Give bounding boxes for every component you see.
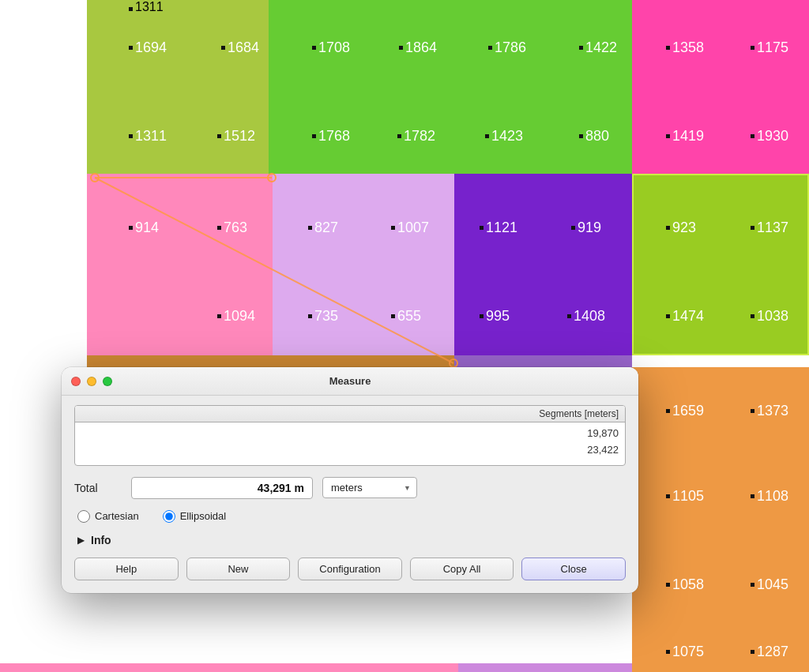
close-button[interactable]: Close xyxy=(521,557,626,580)
total-label: Total xyxy=(74,482,122,494)
measure-dialog: Measure Segments [meters] 19,870 23,422 … xyxy=(62,367,638,593)
dialog-titlebar: Measure xyxy=(62,367,638,396)
close-window-button[interactable] xyxy=(71,377,81,386)
segments-header: Segments [meters] xyxy=(75,406,625,422)
configuration-button[interactable]: Configuration xyxy=(298,557,402,580)
radio-ellipsoidal[interactable]: Ellipsoidal xyxy=(163,510,227,523)
tile-lavender-bottom xyxy=(458,663,632,672)
tile-1684-label: 1684 xyxy=(221,39,259,56)
total-row: Total 43,291 m meters kilometers feet mi… xyxy=(74,477,626,499)
unit-select-wrapper[interactable]: meters kilometers feet miles xyxy=(322,477,417,498)
tile-lime-right xyxy=(632,174,809,355)
minimize-window-button[interactable] xyxy=(87,377,96,386)
tile-purple xyxy=(454,174,632,355)
segment-value-1: 19,870 xyxy=(81,426,619,442)
info-label: Info xyxy=(91,534,111,546)
info-arrow-icon[interactable]: ▶ xyxy=(77,535,85,546)
unit-select[interactable]: meters kilometers feet miles xyxy=(322,477,417,498)
window-controls xyxy=(71,377,112,386)
segments-body: 19,870 23,422 xyxy=(75,422,625,465)
radio-ellipsoidal-label: Ellipsoidal xyxy=(180,510,227,522)
new-button[interactable]: New xyxy=(186,557,291,580)
maximize-window-button[interactable] xyxy=(103,377,112,386)
tile-lavender xyxy=(273,174,454,355)
tile-pink-left xyxy=(87,174,273,355)
segments-table: Segments [meters] 19,870 23,422 xyxy=(74,405,626,466)
tile-1694-label: 1694 xyxy=(129,39,167,56)
help-button[interactable]: Help xyxy=(74,557,179,580)
radio-ellipsoidal-input[interactable] xyxy=(163,510,175,523)
dialog-body: Segments [meters] 19,870 23,422 Total 43… xyxy=(62,396,638,593)
segment-value-2: 23,422 xyxy=(81,442,619,459)
tile-pink-right xyxy=(632,0,809,174)
radio-cartesian-label: Cartesian xyxy=(95,510,139,522)
dialog-title: Measure xyxy=(329,375,371,387)
radio-cartesian[interactable]: Cartesian xyxy=(77,510,139,523)
radio-row: Cartesian Ellipsoidal xyxy=(74,510,626,523)
radio-cartesian-input[interactable] xyxy=(77,510,90,523)
info-row[interactable]: ▶ Info xyxy=(74,534,626,546)
tile-pink-bottom xyxy=(0,663,458,672)
button-row: Help New Configuration Copy All Close xyxy=(74,557,626,580)
copy-all-button[interactable]: Copy All xyxy=(410,557,514,580)
total-value: 43,291 m xyxy=(131,477,313,499)
